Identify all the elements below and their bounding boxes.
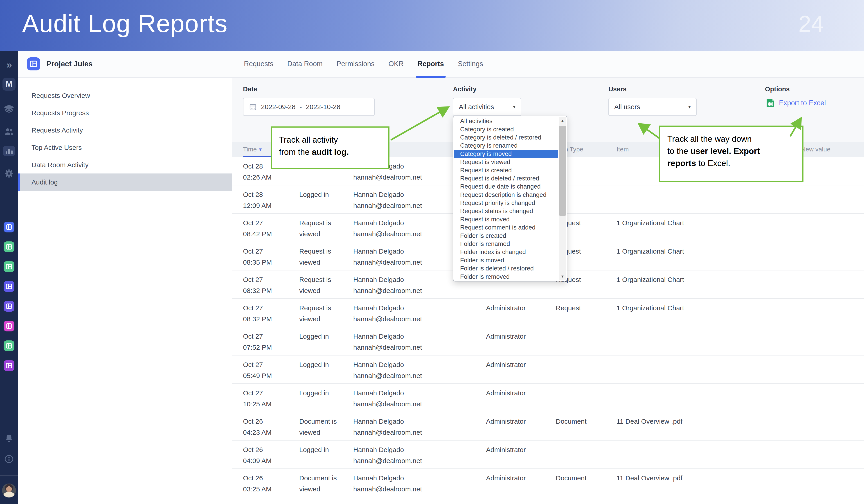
sidebar-item[interactable]: Requests Activity bbox=[18, 121, 232, 139]
dropdown-option-label: Folder index is changed bbox=[460, 248, 526, 256]
sidebar-item[interactable]: Data Room Activity bbox=[18, 156, 232, 173]
dropdown-option[interactable]: Folder is deleted / restored bbox=[454, 264, 558, 273]
dropdown-option[interactable]: Folder is renamed bbox=[454, 240, 558, 248]
activity-select-value: All activities bbox=[459, 103, 494, 111]
dropdown-option[interactable]: Category is moved bbox=[454, 150, 558, 158]
tab[interactable]: Permissions bbox=[337, 51, 375, 77]
page-title: Audit Log Reports bbox=[22, 9, 228, 38]
scroll-up-icon[interactable]: ▲ bbox=[559, 117, 566, 124]
tab[interactable]: Reports bbox=[418, 51, 444, 77]
dropdown-option[interactable]: Request due date is changed bbox=[454, 182, 558, 191]
sidebar-item-label: Requests Overview bbox=[32, 92, 90, 99]
sidebar-item[interactable]: Top Active Users bbox=[18, 139, 232, 156]
dropdown-option-label: Request is deleted / restored bbox=[460, 175, 539, 182]
cell-activity: Logged in bbox=[299, 356, 353, 383]
sidebar-item[interactable]: Audit log bbox=[18, 173, 232, 191]
activity-select[interactable]: All activities ▾ bbox=[453, 98, 521, 116]
users-select[interactable]: All users ▾ bbox=[608, 98, 697, 116]
excel-icon bbox=[765, 98, 775, 108]
cell-item-type bbox=[556, 327, 616, 355]
cell-new-value bbox=[796, 299, 864, 327]
dropdown-option[interactable]: Request is deleted / restored bbox=[454, 175, 558, 182]
sidebar-item-label: Requests Activity bbox=[32, 127, 83, 134]
dropdown-option-label: Category is deleted / restored bbox=[460, 134, 541, 141]
app-rail: » M bbox=[0, 51, 18, 504]
dropdown-option[interactable]: Folder is removed bbox=[454, 273, 558, 280]
date-filter-label: Date bbox=[243, 85, 375, 93]
dropdown-option[interactable]: Folder is moved bbox=[454, 256, 558, 264]
tab-label: Data Room bbox=[287, 60, 323, 68]
slide-number: 24 bbox=[799, 11, 824, 37]
workspace-tile[interactable] bbox=[3, 340, 14, 351]
user-avatar[interactable] bbox=[0, 483, 18, 497]
workspace-tile[interactable] bbox=[3, 360, 14, 371]
workspace-tile[interactable] bbox=[3, 321, 14, 332]
dropdown-option[interactable]: Request is created bbox=[454, 166, 558, 174]
dropdown-option[interactable]: Folder index is changed bbox=[454, 248, 558, 256]
dropdown-option[interactable]: Request is moved bbox=[454, 215, 558, 224]
dropdown-option[interactable]: Request is viewed bbox=[454, 158, 558, 166]
column-header-new-value[interactable]: New value bbox=[796, 142, 864, 157]
project-logo-icon[interactable] bbox=[27, 57, 40, 70]
cell-time: Oct 27 08:32 PM bbox=[243, 299, 299, 327]
scrollbar-thumb[interactable] bbox=[559, 126, 566, 216]
cell-time: Oct 27 10:25 AM bbox=[243, 384, 299, 412]
layers-icon[interactable] bbox=[0, 104, 18, 114]
export-to-excel-button[interactable]: Export to Excel bbox=[765, 98, 826, 108]
cell-new-value bbox=[796, 214, 864, 242]
users-filter-label: Users bbox=[608, 85, 697, 93]
dropdown-option[interactable]: Request comment is added bbox=[454, 224, 558, 231]
dropdown-option[interactable]: Category is created bbox=[454, 125, 558, 133]
date-filter: Date 2022-09-28 - 2022-10-28 bbox=[243, 85, 375, 116]
cell-role: Administrator bbox=[486, 327, 556, 355]
workspace-tile[interactable] bbox=[3, 261, 14, 272]
cell-new-value bbox=[796, 157, 864, 185]
workspace-tile[interactable] bbox=[3, 221, 14, 232]
sidebar-item[interactable]: Requests Overview bbox=[18, 87, 232, 104]
workspace-tiles bbox=[3, 221, 14, 371]
dropdown-option-label: All activities bbox=[460, 118, 493, 125]
chevron-down-icon: ▾ bbox=[688, 104, 691, 110]
dropdown-option[interactable]: Category is renamed bbox=[454, 142, 558, 149]
workspace-tile[interactable] bbox=[3, 241, 14, 252]
dropdown-option[interactable]: Request description is changed bbox=[454, 191, 558, 199]
cell-item: 11 Deal Overview .pdf bbox=[616, 412, 796, 440]
scroll-down-icon[interactable]: ▼ bbox=[559, 273, 566, 280]
sidebar-item-label: Requests Progress bbox=[32, 109, 89, 117]
date-range-input[interactable]: 2022-09-28 - 2022-10-28 bbox=[243, 98, 375, 116]
cell-new-value bbox=[796, 441, 864, 468]
workspace-tile[interactable] bbox=[3, 281, 14, 292]
tab[interactable]: OKR bbox=[388, 51, 404, 77]
cell-new-value bbox=[796, 327, 864, 355]
cell-new-value bbox=[796, 185, 864, 213]
sidebar-item[interactable]: Requests Progress bbox=[18, 104, 232, 121]
cell-role: Administrator bbox=[486, 412, 556, 440]
expand-sidebar-icon[interactable]: » bbox=[0, 59, 18, 70]
dropdown-option[interactable]: Category is deleted / restored bbox=[454, 133, 558, 142]
cell-time: Oct 27 05:49 PM bbox=[243, 356, 299, 383]
cell-activity: Request is viewed bbox=[299, 271, 353, 298]
dropdown-option-label: Folder is deleted / restored bbox=[460, 265, 534, 272]
layout-icon bbox=[5, 263, 13, 270]
tab[interactable]: Data Room bbox=[287, 51, 323, 77]
dropdown-option[interactable]: All activities bbox=[454, 117, 558, 125]
notifications-bell-icon[interactable] bbox=[0, 433, 18, 444]
tab[interactable]: Requests bbox=[244, 51, 273, 77]
dropdown-option[interactable]: Folder is created bbox=[454, 231, 558, 240]
org-logo[interactable]: M bbox=[0, 77, 18, 91]
cell-new-value bbox=[796, 469, 864, 497]
dropdown-option[interactable]: Request status is changed bbox=[454, 207, 558, 215]
dropdown-scrollbar[interactable]: ▲ ▼ bbox=[559, 117, 566, 280]
cell-activity: Request is viewed bbox=[299, 214, 353, 242]
cell-time: Oct 26 04:09 AM bbox=[243, 441, 299, 468]
dropdown-option[interactable]: Request priority is changed bbox=[454, 199, 558, 207]
tab[interactable]: Settings bbox=[458, 51, 483, 77]
settings-gear-icon[interactable] bbox=[0, 168, 18, 179]
workspace-tile[interactable] bbox=[3, 301, 14, 312]
info-icon[interactable] bbox=[0, 454, 18, 464]
users-icon[interactable] bbox=[0, 126, 18, 137]
cell-user: Hannah Delgado hannah@dealroom.net bbox=[353, 441, 486, 468]
cell-role: Administrator bbox=[486, 356, 556, 383]
reports-icon[interactable] bbox=[0, 146, 18, 156]
cell-activity: Logged in bbox=[299, 384, 353, 412]
